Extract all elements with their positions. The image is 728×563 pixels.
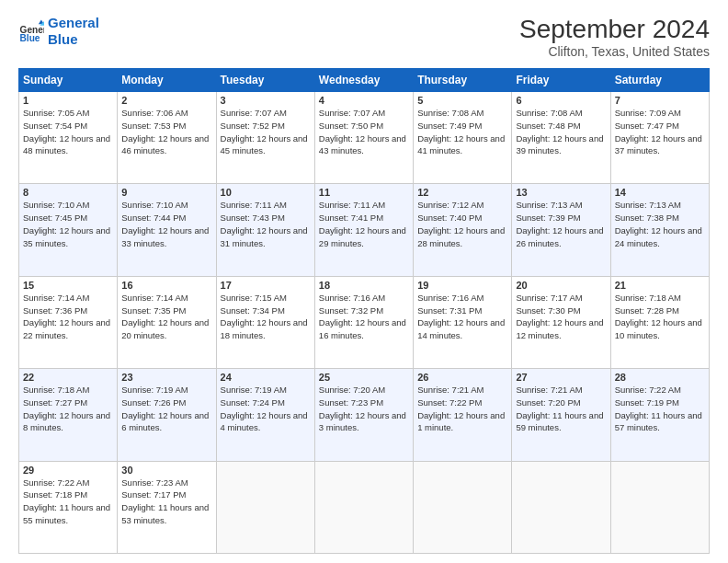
calendar-cell: 30Sunrise: 7:23 AMSunset: 7:17 PMDayligh…	[118, 461, 216, 553]
day-number: 28	[615, 372, 705, 383]
cell-content: Sunrise: 7:08 AMSunset: 7:48 PMDaylight:…	[516, 107, 606, 157]
day-number: 18	[319, 280, 409, 291]
cell-content: Sunrise: 7:14 AMSunset: 7:35 PMDaylight:…	[121, 292, 211, 342]
day-number: 7	[615, 95, 705, 106]
day-number: 3	[221, 95, 311, 106]
calendar-table: Sunday Monday Tuesday Wednesday Thursday…	[18, 68, 710, 554]
cell-content: Sunrise: 7:21 AMSunset: 7:22 PMDaylight:…	[417, 384, 507, 434]
logo-text-blue: Blue	[48, 31, 99, 48]
calendar-cell: 13Sunrise: 7:13 AMSunset: 7:39 PMDayligh…	[512, 184, 610, 276]
cell-content: Sunrise: 7:17 AMSunset: 7:30 PMDaylight:…	[516, 292, 606, 342]
day-number: 14	[615, 187, 705, 198]
col-friday: Friday	[512, 69, 610, 92]
week-row-5: 29Sunrise: 7:22 AMSunset: 7:18 PMDayligh…	[19, 461, 710, 553]
cell-content: Sunrise: 7:14 AMSunset: 7:36 PMDaylight:…	[23, 292, 113, 342]
day-number: 22	[23, 372, 113, 383]
calendar-cell: 18Sunrise: 7:16 AMSunset: 7:32 PMDayligh…	[314, 276, 413, 368]
cell-content: Sunrise: 7:16 AMSunset: 7:31 PMDaylight:…	[417, 292, 507, 342]
svg-text:Blue: Blue	[20, 33, 40, 43]
day-number: 1	[23, 95, 113, 106]
calendar-cell	[314, 461, 413, 553]
day-number: 26	[417, 372, 507, 383]
day-number: 5	[417, 95, 507, 106]
calendar-cell: 23Sunrise: 7:19 AMSunset: 7:26 PMDayligh…	[118, 369, 216, 461]
calendar-cell	[610, 461, 709, 553]
calendar-cell: 24Sunrise: 7:19 AMSunset: 7:24 PMDayligh…	[216, 369, 314, 461]
day-number: 2	[121, 95, 211, 106]
calendar-cell: 20Sunrise: 7:17 AMSunset: 7:30 PMDayligh…	[512, 276, 610, 368]
cell-content: Sunrise: 7:05 AMSunset: 7:54 PMDaylight:…	[23, 107, 113, 157]
week-row-1: 1Sunrise: 7:05 AMSunset: 7:54 PMDaylight…	[19, 92, 710, 184]
col-thursday: Thursday	[414, 69, 512, 92]
calendar-cell: 21Sunrise: 7:18 AMSunset: 7:28 PMDayligh…	[610, 276, 709, 368]
calendar-cell: 3Sunrise: 7:07 AMSunset: 7:52 PMDaylight…	[216, 92, 314, 184]
calendar-cell: 29Sunrise: 7:22 AMSunset: 7:18 PMDayligh…	[19, 461, 118, 553]
cell-content: Sunrise: 7:22 AMSunset: 7:18 PMDaylight:…	[23, 477, 113, 527]
day-number: 30	[121, 465, 211, 476]
main-title: September 2024	[519, 15, 710, 44]
calendar-cell	[216, 461, 314, 553]
calendar-cell: 19Sunrise: 7:16 AMSunset: 7:31 PMDayligh…	[414, 276, 512, 368]
cell-content: Sunrise: 7:06 AMSunset: 7:53 PMDaylight:…	[121, 107, 211, 157]
calendar-cell: 17Sunrise: 7:15 AMSunset: 7:34 PMDayligh…	[216, 276, 314, 368]
cell-content: Sunrise: 7:13 AMSunset: 7:39 PMDaylight:…	[516, 199, 606, 249]
calendar-cell: 16Sunrise: 7:14 AMSunset: 7:35 PMDayligh…	[118, 276, 216, 368]
calendar-cell: 9Sunrise: 7:10 AMSunset: 7:44 PMDaylight…	[118, 184, 216, 276]
calendar-cell: 25Sunrise: 7:20 AMSunset: 7:23 PMDayligh…	[314, 369, 413, 461]
day-number: 20	[516, 280, 606, 291]
calendar-cell: 14Sunrise: 7:13 AMSunset: 7:38 PMDayligh…	[610, 184, 709, 276]
cell-content: Sunrise: 7:08 AMSunset: 7:49 PMDaylight:…	[417, 107, 507, 157]
logo: General Blue General Blue	[18, 15, 99, 48]
calendar-header-row: Sunday Monday Tuesday Wednesday Thursday…	[19, 69, 710, 92]
calendar-cell: 15Sunrise: 7:14 AMSunset: 7:36 PMDayligh…	[19, 276, 118, 368]
day-number: 21	[615, 280, 705, 291]
day-number: 11	[319, 187, 409, 198]
day-number: 4	[319, 95, 409, 106]
day-number: 6	[516, 95, 606, 106]
cell-content: Sunrise: 7:19 AMSunset: 7:26 PMDaylight:…	[121, 384, 211, 434]
cell-content: Sunrise: 7:09 AMSunset: 7:47 PMDaylight:…	[615, 107, 705, 157]
day-number: 12	[417, 187, 507, 198]
page: General Blue General Blue September 2024…	[0, 0, 728, 563]
calendar-cell: 11Sunrise: 7:11 AMSunset: 7:41 PMDayligh…	[314, 184, 413, 276]
calendar-cell: 26Sunrise: 7:21 AMSunset: 7:22 PMDayligh…	[414, 369, 512, 461]
calendar-cell: 5Sunrise: 7:08 AMSunset: 7:49 PMDaylight…	[414, 92, 512, 184]
cell-content: Sunrise: 7:18 AMSunset: 7:28 PMDaylight:…	[615, 292, 705, 342]
col-wednesday: Wednesday	[314, 69, 413, 92]
day-number: 27	[516, 372, 606, 383]
cell-content: Sunrise: 7:20 AMSunset: 7:23 PMDaylight:…	[319, 384, 409, 434]
calendar-cell: 2Sunrise: 7:06 AMSunset: 7:53 PMDaylight…	[118, 92, 216, 184]
calendar-cell	[512, 461, 610, 553]
col-saturday: Saturday	[610, 69, 709, 92]
cell-content: Sunrise: 7:15 AMSunset: 7:34 PMDaylight:…	[221, 292, 311, 342]
calendar-cell: 8Sunrise: 7:10 AMSunset: 7:45 PMDaylight…	[19, 184, 118, 276]
calendar-cell: 28Sunrise: 7:22 AMSunset: 7:19 PMDayligh…	[610, 369, 709, 461]
cell-content: Sunrise: 7:10 AMSunset: 7:45 PMDaylight:…	[23, 199, 113, 249]
cell-content: Sunrise: 7:16 AMSunset: 7:32 PMDaylight:…	[319, 292, 409, 342]
cell-content: Sunrise: 7:11 AMSunset: 7:41 PMDaylight:…	[319, 199, 409, 249]
subtitle: Clifton, Texas, United States	[519, 44, 710, 59]
cell-content: Sunrise: 7:11 AMSunset: 7:43 PMDaylight:…	[221, 199, 311, 249]
calendar-cell	[414, 461, 512, 553]
day-number: 8	[23, 187, 113, 198]
cell-content: Sunrise: 7:19 AMSunset: 7:24 PMDaylight:…	[221, 384, 311, 434]
col-tuesday: Tuesday	[216, 69, 314, 92]
calendar-cell: 7Sunrise: 7:09 AMSunset: 7:47 PMDaylight…	[610, 92, 709, 184]
calendar-cell: 22Sunrise: 7:18 AMSunset: 7:27 PMDayligh…	[19, 369, 118, 461]
cell-content: Sunrise: 7:22 AMSunset: 7:19 PMDaylight:…	[615, 384, 705, 434]
calendar-cell: 12Sunrise: 7:12 AMSunset: 7:40 PMDayligh…	[414, 184, 512, 276]
calendar-cell: 6Sunrise: 7:08 AMSunset: 7:48 PMDaylight…	[512, 92, 610, 184]
cell-content: Sunrise: 7:12 AMSunset: 7:40 PMDaylight:…	[417, 199, 507, 249]
calendar-cell: 27Sunrise: 7:21 AMSunset: 7:20 PMDayligh…	[512, 369, 610, 461]
title-block: September 2024 Clifton, Texas, United St…	[519, 15, 710, 59]
logo-text-general: General	[48, 15, 99, 31]
cell-content: Sunrise: 7:07 AMSunset: 7:50 PMDaylight:…	[319, 107, 409, 157]
cell-content: Sunrise: 7:23 AMSunset: 7:17 PMDaylight:…	[121, 477, 211, 527]
logo-icon: General Blue	[18, 18, 44, 44]
day-number: 15	[23, 280, 113, 291]
col-monday: Monday	[118, 69, 216, 92]
calendar-cell: 10Sunrise: 7:11 AMSunset: 7:43 PMDayligh…	[216, 184, 314, 276]
day-number: 10	[221, 187, 311, 198]
day-number: 23	[121, 372, 211, 383]
day-number: 19	[417, 280, 507, 291]
